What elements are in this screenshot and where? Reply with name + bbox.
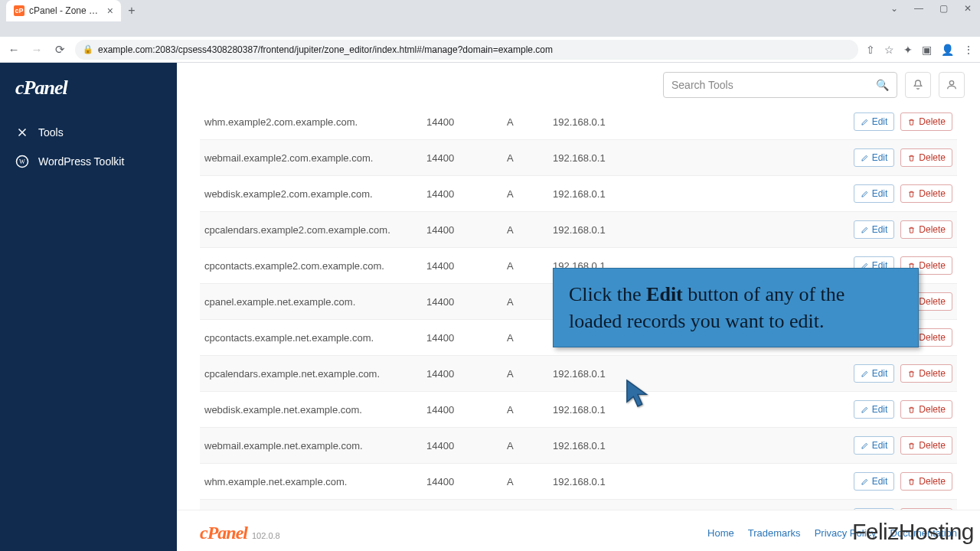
table-row: blog.example.com.14400A123.123.123.123Ed… xyxy=(200,500,957,510)
record-name: webmail.example.net.example.com. xyxy=(204,440,426,452)
delete-button[interactable]: Delete xyxy=(900,148,952,167)
record-ttl: 14400 xyxy=(426,116,507,128)
record-name: webmail.example2.com.example.com. xyxy=(204,152,426,164)
table-row: whm.example2.com.example.com.14400A192.1… xyxy=(200,104,957,140)
record-type: A xyxy=(507,404,553,416)
edit-button[interactable]: Edit xyxy=(854,436,895,455)
table-row: webmail.example2.com.example.com.14400A1… xyxy=(200,140,957,176)
edit-button[interactable]: Edit xyxy=(854,112,895,131)
sidebar-item-label: Tools xyxy=(38,126,64,139)
address-bar[interactable]: 🔒 example.com:2083/cpsess4308280387/fron… xyxy=(75,40,858,60)
record-type: A xyxy=(507,368,553,380)
lock-icon: 🔒 xyxy=(83,44,93,54)
record-value: 192.168.0.1 xyxy=(553,188,838,200)
record-actions: EditDelete xyxy=(838,148,952,167)
record-ttl: 14400 xyxy=(426,368,507,380)
browser-chrome: cP cPanel - Zone Editor × + ⌄ — ▢ ✕ xyxy=(0,0,980,37)
edit-button[interactable]: Edit xyxy=(854,364,895,383)
account-button[interactable] xyxy=(939,72,965,98)
record-actions: EditDelete xyxy=(838,364,952,383)
record-name: cpcontacts.example2.com.example.com. xyxy=(204,260,426,272)
footer-link[interactable]: Home xyxy=(707,527,734,539)
record-name: webdisk.example.net.example.com. xyxy=(204,404,426,416)
delete-button[interactable]: Delete xyxy=(900,472,952,491)
browser-toolbar: ← → ⟳ 🔒 example.com:2083/cpsess430828038… xyxy=(0,37,980,63)
record-ttl: 14400 xyxy=(426,296,507,308)
window-controls: ⌄ — ▢ ✕ xyxy=(882,0,980,17)
delete-button[interactable]: Delete xyxy=(900,220,952,239)
record-ttl: 14400 xyxy=(426,260,507,272)
tab-close-icon[interactable]: × xyxy=(107,5,113,17)
record-ttl: 14400 xyxy=(426,224,507,236)
record-type: A xyxy=(507,332,553,344)
window-close-icon[interactable]: ✕ xyxy=(956,0,980,17)
record-ttl: 14400 xyxy=(426,332,507,344)
record-name: cpanel.example.net.example.com. xyxy=(204,296,426,308)
logo-text: cPanel xyxy=(15,77,67,99)
url-text: example.com:2083/cpsess4308280387/fronte… xyxy=(98,44,553,55)
record-actions: EditDelete xyxy=(838,400,952,419)
edit-button[interactable]: Edit xyxy=(854,148,895,167)
footer-link[interactable]: Trademarks xyxy=(748,527,801,539)
window-maximize-icon[interactable]: ▢ xyxy=(931,0,956,17)
bookmark-icon[interactable]: ☆ xyxy=(884,44,894,56)
record-value: 192.168.0.1 xyxy=(553,476,838,487)
record-value: 192.168.0.1 xyxy=(553,368,838,380)
tab-favicon-icon: cP xyxy=(14,5,24,16)
svg-text:W: W xyxy=(19,158,25,165)
record-ttl: 14400 xyxy=(426,404,507,416)
share-icon[interactable]: ⇧ xyxy=(866,44,875,56)
search-input[interactable] xyxy=(671,79,876,91)
record-type: A xyxy=(507,188,553,200)
edit-button[interactable]: Edit xyxy=(854,220,895,239)
topbar: 🔍 xyxy=(177,63,980,104)
extensions-icon[interactable]: ✦ xyxy=(903,44,913,56)
sidebar-item-wordpress[interactable]: W WordPress Toolkit xyxy=(0,147,177,176)
delete-button[interactable]: Delete xyxy=(900,112,952,131)
sidebar-item-tools[interactable]: Tools xyxy=(0,118,177,147)
record-value: 192.168.0.1 xyxy=(553,116,838,128)
back-button[interactable]: ← xyxy=(6,43,21,56)
search-icon[interactable]: 🔍 xyxy=(876,79,889,91)
sidepanel-icon[interactable]: ▣ xyxy=(922,44,932,56)
record-type: A xyxy=(507,224,553,236)
forward-button[interactable]: → xyxy=(29,43,44,56)
window-minimize-icon[interactable]: — xyxy=(906,0,931,17)
record-actions: EditDelete xyxy=(838,184,952,203)
instruction-callout: Click the Edit button of any of the load… xyxy=(553,268,919,347)
edit-button[interactable]: Edit xyxy=(854,472,895,491)
sidebar: cPanel Tools W WordPress Toolkit xyxy=(0,63,177,551)
record-ttl: 14400 xyxy=(426,440,507,452)
table-row: whm.example.net.example.com.14400A192.16… xyxy=(200,464,957,500)
search-box[interactable]: 🔍 xyxy=(663,72,897,98)
tools-icon xyxy=(15,126,29,139)
table-row: webmail.example.net.example.com.14400A19… xyxy=(200,428,957,464)
svg-point-2 xyxy=(949,81,953,85)
reload-button[interactable]: ⟳ xyxy=(52,43,67,57)
delete-button[interactable]: Delete xyxy=(900,436,952,455)
record-actions: EditDelete xyxy=(838,436,952,455)
edit-button[interactable]: Edit xyxy=(854,184,895,203)
record-value: 192.168.0.1 xyxy=(553,440,838,452)
delete-button[interactable]: Delete xyxy=(900,184,952,203)
new-tab-button[interactable]: + xyxy=(121,0,142,21)
notifications-button[interactable] xyxy=(905,72,931,98)
menu-icon[interactable]: ⋮ xyxy=(963,44,974,56)
record-type: A xyxy=(507,440,553,452)
browser-tab[interactable]: cP cPanel - Zone Editor × xyxy=(6,0,121,21)
record-type: A xyxy=(507,296,553,308)
record-type: A xyxy=(507,260,553,272)
record-ttl: 14400 xyxy=(426,152,507,164)
edit-button[interactable]: Edit xyxy=(854,400,895,419)
logo[interactable]: cPanel xyxy=(0,77,177,118)
table-row: cpcalendars.example2.com.example.com.144… xyxy=(200,212,957,248)
delete-button[interactable]: Delete xyxy=(900,400,952,419)
delete-button[interactable]: Delete xyxy=(900,364,952,383)
profile-icon[interactable]: 👤 xyxy=(941,44,954,56)
record-type: A xyxy=(507,116,553,128)
record-actions: EditDelete xyxy=(838,472,952,491)
record-actions: EditDelete xyxy=(838,220,952,239)
record-name: whm.example2.com.example.com. xyxy=(204,116,426,128)
record-type: A xyxy=(507,476,553,487)
window-dropdown-icon[interactable]: ⌄ xyxy=(882,0,906,17)
